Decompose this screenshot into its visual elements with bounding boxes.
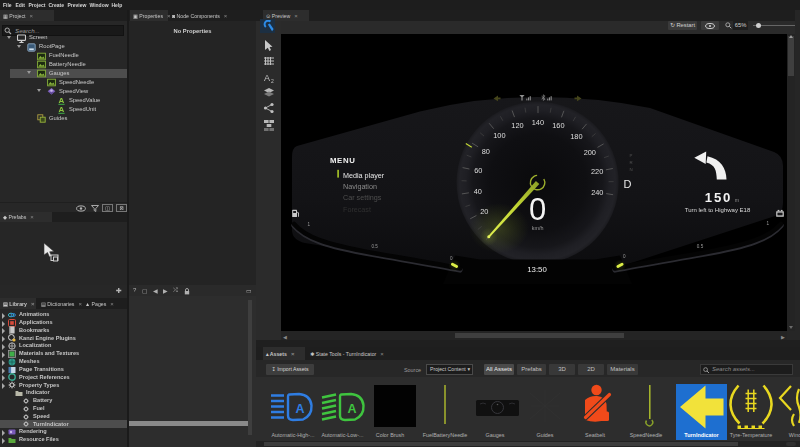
svg-text:0.5: 0.5 xyxy=(371,244,378,249)
svg-text:MENU: MENU xyxy=(330,156,355,165)
svg-text:m: m xyxy=(735,198,739,203)
svg-text:120: 120 xyxy=(511,121,523,130)
svg-text:D: D xyxy=(624,178,632,190)
svg-text:A: A xyxy=(59,105,65,114)
svg-text:A: A xyxy=(295,402,304,416)
svg-text:A: A xyxy=(347,402,356,416)
svg-text:km/h: km/h xyxy=(532,225,544,231)
svg-text:P: P xyxy=(630,153,633,158)
svg-text:180: 180 xyxy=(570,132,582,141)
svg-text:40: 40 xyxy=(474,187,482,196)
svg-text:R: R xyxy=(629,160,632,165)
svg-text:Forecast: Forecast xyxy=(343,205,371,214)
svg-text:60: 60 xyxy=(474,166,482,175)
svg-text:220: 220 xyxy=(591,167,603,176)
svg-text:0.5: 0.5 xyxy=(697,244,704,249)
svg-text:150: 150 xyxy=(705,190,732,205)
svg-text:Media player: Media player xyxy=(343,171,385,180)
svg-text:100: 100 xyxy=(493,131,505,140)
svg-text:N: N xyxy=(629,167,632,172)
svg-text:20: 20 xyxy=(480,207,488,216)
svg-text:Turn left to Highway E18: Turn left to Highway E18 xyxy=(685,207,751,213)
svg-text:80: 80 xyxy=(482,147,490,156)
svg-text:0: 0 xyxy=(529,192,546,227)
svg-text:1: 1 xyxy=(307,222,310,227)
svg-text:140: 140 xyxy=(532,118,544,127)
svg-text:160: 160 xyxy=(552,121,564,130)
svg-text:1: 1 xyxy=(766,221,769,226)
svg-text:Car settings: Car settings xyxy=(343,193,382,202)
svg-text:Navigation: Navigation xyxy=(343,182,377,191)
svg-text:0: 0 xyxy=(623,254,626,259)
svg-text:200: 200 xyxy=(584,148,596,157)
svg-text:2: 2 xyxy=(271,78,274,84)
svg-text:13:50: 13:50 xyxy=(527,265,547,274)
svg-text:A: A xyxy=(59,96,65,105)
svg-text:A: A xyxy=(264,73,270,83)
svg-text:240: 240 xyxy=(591,188,603,197)
